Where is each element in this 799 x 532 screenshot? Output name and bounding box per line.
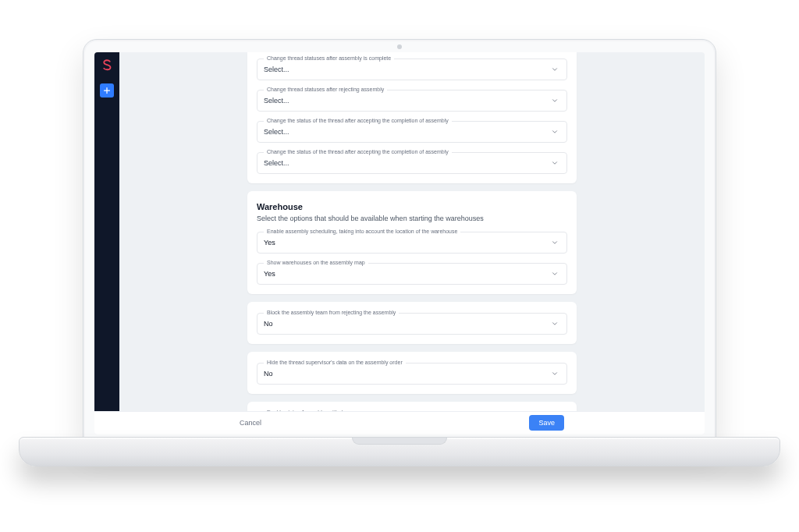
- laptop-bezel: Change thread statuses after assembly is…: [83, 39, 716, 442]
- field-label: Show warehouses on the assembly map: [264, 259, 368, 267]
- field-label: Change the status of the thread after ac…: [264, 117, 452, 125]
- warehouse-title: Warehouse: [257, 202, 567, 211]
- field-label: Enable assembly scheduling, taking into …: [264, 228, 460, 236]
- card-status-settled: Enable status Assemble settled Yes: [247, 402, 577, 411]
- app-sidebar: [94, 52, 119, 411]
- select-value: Yes: [264, 239, 275, 246]
- field-label: Change thread statuses after rejecting a…: [264, 86, 387, 94]
- select-value: Select...: [264, 128, 289, 136]
- chevron-down-icon: [551, 66, 559, 73]
- content-scroll[interactable]: Change thread statuses after assembly is…: [119, 52, 705, 411]
- warehouse-subtitle: Select the options that should be availa…: [257, 215, 567, 222]
- select-value: No: [264, 320, 273, 328]
- field-change-status-reject: Change thread statuses after rejecting a…: [257, 90, 567, 112]
- card-block-team: Block the assembly team from rejecting t…: [247, 302, 577, 344]
- chevron-down-icon: [551, 239, 559, 246]
- add-button[interactable]: [100, 83, 114, 98]
- field-change-status-accept-1: Change the status of the thread after ac…: [257, 121, 567, 143]
- select-value: Select...: [264, 66, 289, 73]
- select-value: No: [264, 370, 273, 378]
- select-value: Select...: [264, 159, 289, 167]
- chevron-down-icon: [551, 128, 559, 136]
- camera-dot: [397, 44, 402, 49]
- chevron-down-icon: [551, 159, 559, 167]
- card-warehouse: Warehouse Select the options that should…: [247, 191, 577, 294]
- field-show-on-map: Show warehouses on the assembly map Yes: [257, 263, 567, 285]
- laptop-mockup: Change thread statuses after assembly is…: [0, 0, 799, 532]
- select-value: Yes: [264, 270, 275, 278]
- field-label: Hide the thread supervisor's data on the…: [264, 359, 406, 367]
- chevron-down-icon: [551, 270, 559, 278]
- save-button[interactable]: Save: [529, 415, 564, 431]
- content-column: Change thread statuses after assembly is…: [247, 52, 577, 411]
- field-block-team: Block the assembly team from rejecting t…: [257, 313, 567, 335]
- select-value: Select...: [264, 97, 289, 105]
- chevron-down-icon: [551, 320, 559, 328]
- app-layout: Change thread statuses after assembly is…: [94, 52, 705, 411]
- footer-bar: Cancel Save: [94, 411, 705, 434]
- card-assembly-statuses: Change thread statuses after assembly is…: [247, 52, 577, 183]
- screen: Change thread statuses after assembly is…: [94, 52, 705, 434]
- field-label: Block the assembly team from rejecting t…: [264, 309, 399, 317]
- card-hide-supervisor: Hide the thread supervisor's data on the…: [247, 352, 577, 394]
- footer-inner: Cancel Save: [235, 415, 564, 431]
- field-enable-scheduling: Enable assembly scheduling, taking into …: [257, 232, 567, 254]
- field-label: Change the status of the thread after ac…: [264, 148, 452, 156]
- field-label: Change thread statuses after assembly is…: [264, 55, 394, 62]
- field-change-status-accept-2: Change the status of the thread after ac…: [257, 152, 567, 174]
- field-label: Enable status Assemble settled: [264, 409, 346, 411]
- laptop-base: [19, 437, 780, 466]
- brand-s-icon: [100, 59, 114, 73]
- chevron-down-icon: [551, 97, 559, 105]
- field-change-status-complete: Change thread statuses after assembly is…: [257, 59, 567, 80]
- field-hide-supervisor: Hide the thread supervisor's data on the…: [257, 363, 567, 385]
- chevron-down-icon: [551, 370, 559, 378]
- cancel-button[interactable]: Cancel: [235, 416, 266, 430]
